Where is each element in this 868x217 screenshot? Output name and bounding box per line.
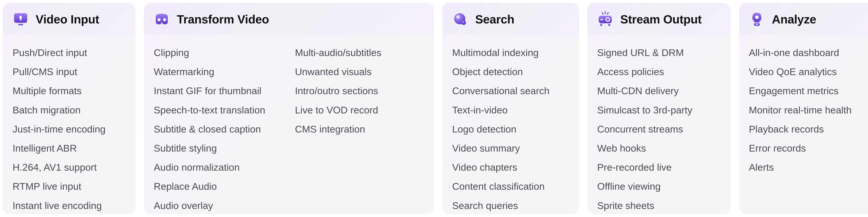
- list-item: Web hooks: [597, 139, 721, 158]
- list-item: All-in-one dashboard: [749, 43, 866, 62]
- list-item: Batch migration: [12, 101, 126, 119]
- feature-list: Push/Direct input Pull/CMS input Multipl…: [12, 43, 126, 214]
- list-item: Instant GIF for thumbnail: [154, 81, 265, 100]
- list-item: Multimodal indexing: [452, 43, 569, 62]
- card-header: Stream Output: [587, 3, 731, 35]
- card-title: Analyze: [772, 12, 816, 26]
- list-item: Text-in-video: [452, 101, 569, 119]
- feature-list: All-in-one dashboard Video QoE analytics…: [749, 43, 866, 177]
- upload-monitor-icon: [12, 11, 29, 27]
- svg-point-3: [163, 18, 166, 21]
- list-item: CMS integration: [295, 119, 381, 139]
- card-video-input: Video Input Push/Direct input Pull/CMS i…: [3, 3, 135, 214]
- list-item: Unwanted visuals: [295, 62, 381, 81]
- list-item: H.264, AV1 support: [12, 158, 126, 177]
- svg-point-2: [158, 18, 161, 21]
- card-header: Search: [442, 3, 579, 35]
- list-item: Push/Direct input: [12, 43, 126, 62]
- card-header: Transform Video: [144, 3, 434, 35]
- list-item: Error records: [749, 139, 866, 158]
- analyze-agent-icon: [749, 11, 765, 27]
- projector-icon: [597, 11, 613, 27]
- svg-point-14: [755, 16, 758, 19]
- list-item: Simulcast to 3rd-party: [597, 101, 721, 119]
- vr-headset-icon: [154, 11, 170, 27]
- feature-list: Signed URL & DRM Access policies Multi-C…: [597, 43, 721, 214]
- svg-rect-13: [608, 24, 610, 26]
- card-header: Video Input: [3, 3, 135, 35]
- list-item: Video QoE analytics: [749, 62, 866, 81]
- list-item: Multi-CDN delivery: [597, 81, 721, 100]
- list-item: Intro/outro sections: [295, 81, 381, 100]
- list-item: Video chapters: [452, 158, 569, 177]
- card-analyze: Analyze All-in-one dashboard Video QoE a…: [739, 3, 868, 214]
- list-item: Concurrent streams: [597, 119, 721, 139]
- card-body: Multimodal indexing Object detection Con…: [442, 35, 579, 214]
- list-item: Live to VOD record: [295, 101, 381, 119]
- list-item: Watermarking: [154, 62, 265, 81]
- search-orb-icon: [452, 11, 468, 27]
- card-title: Stream Output: [620, 12, 702, 26]
- list-item: Search queries: [452, 196, 569, 214]
- list-item: RTMP live input: [12, 177, 126, 196]
- svg-point-16: [756, 23, 758, 25]
- svg-point-7: [462, 21, 464, 23]
- card-stream-output: Stream Output Signed URL & DRM Access po…: [587, 3, 731, 214]
- list-item: Intelligent ABR: [12, 139, 126, 158]
- svg-rect-12: [600, 24, 602, 26]
- list-item: Clipping: [154, 43, 265, 62]
- svg-point-5: [456, 15, 460, 19]
- list-item: Access policies: [597, 62, 721, 81]
- list-item: Instant live encoding: [12, 196, 126, 214]
- card-transform-video: Transform Video Clipping Watermarking In…: [144, 3, 434, 214]
- list-item: Playback records: [749, 119, 866, 139]
- list-item: Multi-audio/subtitles: [295, 43, 381, 62]
- list-item: Subtitle styling: [154, 139, 265, 158]
- card-title: Search: [475, 12, 515, 26]
- list-item: Speech-to-text translation: [154, 101, 265, 119]
- svg-rect-11: [600, 19, 603, 20]
- list-item: Audio normalization: [154, 158, 265, 177]
- list-item: Monitor real-time health: [749, 101, 866, 119]
- list-item: Offline viewing: [597, 177, 721, 196]
- list-item: Engagement metrics: [749, 81, 866, 100]
- card-title: Video Input: [36, 12, 99, 26]
- feature-list: Multimodal indexing Object detection Con…: [452, 43, 569, 214]
- card-body: Clipping Watermarking Instant GIF for th…: [144, 35, 434, 214]
- card-body: Push/Direct input Pull/CMS input Multipl…: [3, 35, 135, 214]
- card-header: Analyze: [739, 3, 868, 35]
- svg-rect-1: [18, 24, 23, 25]
- list-item: Pull/CMS input: [12, 62, 126, 81]
- list-item: Subtitle & closed caption: [154, 119, 265, 139]
- list-item: Multiple formats: [12, 81, 126, 100]
- svg-point-10: [607, 18, 609, 21]
- feature-list-right: Multi-audio/subtitles Unwanted visuals I…: [295, 43, 381, 214]
- list-item: Signed URL & DRM: [597, 43, 721, 62]
- card-search: Search Multimodal indexing Object detect…: [442, 3, 579, 214]
- feature-list-left: Clipping Watermarking Instant GIF for th…: [154, 43, 265, 214]
- card-body: All-in-one dashboard Video QoE analytics…: [739, 35, 868, 214]
- svg-point-6: [461, 21, 466, 25]
- list-item: Content classification: [452, 177, 569, 196]
- list-item: Just-in-time encoding: [12, 119, 126, 139]
- list-item: Logo detection: [452, 119, 569, 139]
- card-title: Transform Video: [177, 12, 269, 26]
- list-item: Sprite sheets: [597, 196, 721, 214]
- list-item: Pre-recorded live: [597, 158, 721, 177]
- list-item: Replace Audio: [154, 177, 265, 196]
- list-item: Alerts: [749, 158, 866, 177]
- card-body: Signed URL & DRM Access policies Multi-C…: [587, 35, 731, 214]
- list-item: Video summary: [452, 139, 569, 158]
- list-item: Conversational search: [452, 81, 569, 100]
- list-item: Object detection: [452, 62, 569, 81]
- list-item: Audio overlay: [154, 196, 265, 214]
